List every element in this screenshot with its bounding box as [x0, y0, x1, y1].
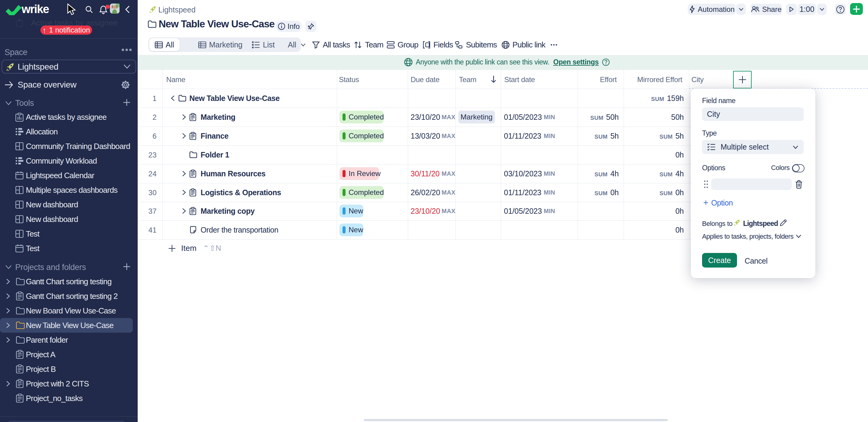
svg-text:wrike: wrike — [21, 3, 49, 15]
